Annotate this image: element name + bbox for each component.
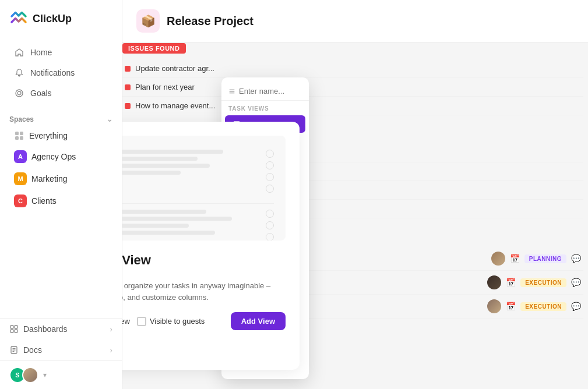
task-meta: 📅 EXECUTION 💬: [487, 299, 581, 313]
user-bar: S ▾: [0, 360, 122, 389]
sidebar-item-goals-label: Goals: [30, 89, 52, 98]
calendar-icon: 📅: [510, 254, 520, 263]
sidebar-item-dashboards[interactable]: Dashboards ›: [0, 319, 122, 340]
preview-line: [122, 231, 215, 235]
svg-rect-4: [15, 136, 19, 140]
docs-chevron-icon: ›: [110, 345, 112, 355]
goals-icon: [14, 88, 24, 98]
sidebar-bottom: Dashboards › Docs › S ▾: [0, 318, 122, 389]
sidebar-item-goals[interactable]: Goals: [5, 83, 117, 103]
view-options: ✓ Personal View Visible to guests Add Vi…: [122, 312, 286, 330]
task-meta: 📅 EXECUTION 💬: [487, 275, 581, 289]
sidebar-item-clients-label: Clients: [31, 196, 57, 206]
preview-dot: [266, 173, 274, 181]
task-status-dot: [125, 84, 131, 90]
task-name: How to manage event...: [135, 101, 215, 110]
sidebar-item-marketing[interactable]: M Marketing: [5, 168, 117, 189]
preview-dot: [266, 161, 274, 169]
personal-view-label: Personal View: [122, 317, 130, 326]
sidebar-item-clients[interactable]: C Clients: [5, 190, 117, 211]
view-detail-panel: List View Use List view to organize your…: [122, 122, 300, 370]
calendar-icon: 📅: [506, 302, 516, 311]
everything-grid-icon: [14, 130, 24, 141]
chat-icon: 💬: [571, 254, 581, 263]
preview-dot: [266, 185, 274, 193]
logo-text: ClickUp: [33, 13, 72, 25]
dashboards-icon: [9, 324, 19, 334]
preview-line: [122, 157, 198, 161]
view-name-input[interactable]: [239, 87, 302, 96]
user-avatars: S: [9, 367, 38, 383]
preview-line: [122, 224, 189, 228]
docs-label: Docs: [23, 345, 42, 355]
calendar-icon: 📅: [506, 278, 516, 287]
svg-rect-3: [20, 132, 23, 135]
spaces-label: Spaces: [9, 115, 34, 123]
sidebar-item-notifications-label: Notifications: [30, 68, 75, 77]
user-avatar-photo: [22, 367, 38, 383]
project-title: Release Project: [167, 15, 253, 28]
view-title-row: List View: [122, 250, 286, 271]
status-badge: PLANNING: [524, 254, 566, 263]
visible-guests-label: Visible to guests: [150, 317, 205, 326]
table-row: Update contractor agr...: [122, 59, 583, 78]
table-row: How to manage event...: [122, 97, 583, 115]
task-name: Update contractor agr...: [135, 64, 214, 73]
preview-line: [122, 150, 223, 154]
sidebar-item-home-label: Home: [30, 48, 52, 57]
preview-dot: [266, 210, 274, 218]
view-description: Use List view to organize your tasks in …: [122, 280, 286, 303]
chat-icon: 💬: [571, 302, 581, 311]
view-selector-dropdown: TASK VIEWS List: [221, 77, 309, 379]
task-assignee-avatar: [487, 299, 501, 313]
sidebar-item-home[interactable]: Home: [5, 43, 117, 62]
agency-ops-badge: A: [14, 150, 27, 163]
svg-rect-7: [15, 326, 17, 328]
visible-guests-option[interactable]: Visible to guests: [137, 317, 205, 326]
table-row: Plan for next year: [122, 78, 583, 97]
user-dropdown-icon[interactable]: ▾: [43, 371, 47, 379]
sidebar-item-agency-ops-label: Agency Ops: [31, 152, 76, 161]
dropdown-search-area: [221, 82, 309, 101]
svg-point-0: [16, 90, 23, 97]
dashboards-chevron-icon: ›: [110, 324, 112, 334]
task-assignee-avatar: [491, 252, 505, 266]
preview-line: [122, 171, 181, 175]
main-header: 📦 Release Project: [122, 0, 588, 43]
status-badge: EXECUTION: [520, 302, 566, 311]
preview-divider: [122, 203, 274, 204]
spaces-section-header: Spaces ⌄: [0, 108, 122, 126]
personal-view-option[interactable]: ✓ Personal View: [122, 317, 130, 326]
task-assignee-avatar: [487, 275, 501, 289]
preview-line: [122, 164, 210, 168]
main-content: 📦 Release Project ISSUES FOUND Update co…: [122, 0, 588, 389]
task-status-dot: [125, 103, 131, 109]
sidebar: ClickUp Home Notifications Goals Spaces …: [0, 0, 122, 389]
task-status-dot: [125, 66, 131, 72]
section-issues: ISSUES FOUND Update contractor agr... Pl…: [122, 43, 583, 115]
svg-rect-9: [15, 330, 17, 333]
marketing-badge: M: [14, 172, 27, 185]
visible-guests-checkbox[interactable]: [137, 317, 146, 326]
sidebar-item-notifications[interactable]: Notifications: [5, 63, 117, 83]
clickup-logo-icon: [9, 9, 28, 28]
project-icon: 📦: [136, 9, 160, 33]
sidebar-nav: Home Notifications Goals: [0, 37, 122, 108]
bell-icon: [14, 68, 24, 78]
svg-point-1: [17, 91, 21, 95]
chat-icon: 💬: [571, 278, 581, 287]
sidebar-item-everything-label: Everything: [29, 131, 68, 140]
svg-rect-8: [10, 330, 13, 333]
sidebar-item-docs[interactable]: Docs ›: [0, 340, 122, 360]
sidebar-item-agency-ops[interactable]: A Agency Ops: [5, 146, 117, 167]
spaces-chevron-icon[interactable]: ⌄: [107, 115, 112, 123]
view-title: List View: [122, 253, 151, 268]
add-view-button[interactable]: Add View: [231, 312, 286, 330]
home-icon: [14, 47, 24, 58]
clients-badge: C: [14, 194, 27, 207]
svg-rect-5: [20, 136, 23, 140]
sidebar-item-everything[interactable]: Everything: [5, 126, 117, 145]
section-issues-header: ISSUES FOUND: [122, 43, 186, 54]
preview-dot: [266, 221, 274, 229]
preview-dot: [266, 233, 274, 241]
